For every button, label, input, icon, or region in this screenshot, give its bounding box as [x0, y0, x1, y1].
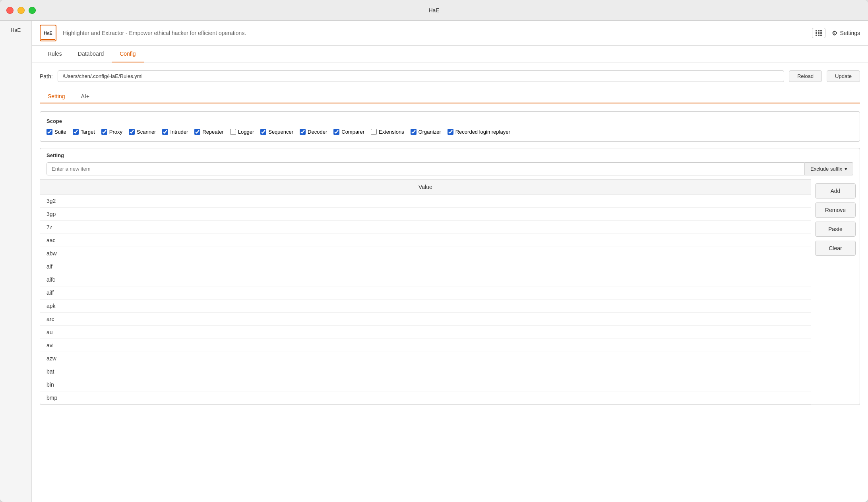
checkbox-repeater-input[interactable] — [194, 129, 200, 135]
tab-databoard[interactable]: Databoard — [70, 46, 112, 62]
checkbox-recorded-login-input[interactable] — [448, 129, 453, 135]
checkbox-scanner[interactable]: Scanner — [129, 129, 156, 135]
table-row[interactable]: bin — [40, 378, 811, 391]
app-description: Highlighter and Extractor - Empower ethi… — [63, 30, 246, 36]
table-scroll[interactable]: Value 3g23gp7zaacabwaifaifcaiffapkarcaua… — [40, 179, 811, 405]
grid-dot — [820, 32, 822, 34]
table-row[interactable]: 7z — [40, 221, 811, 234]
app-body: HaE HaE Highlighter and Extractor - Empo… — [0, 21, 868, 502]
table-with-buttons: Value 3g23gp7zaacabwaifaifcaiffapkarcaua… — [40, 179, 860, 405]
grid-view-button[interactable] — [812, 28, 825, 38]
setting-input-row: Exclude suffix ▾ — [40, 158, 860, 179]
checkbox-decoder[interactable]: Decoder — [300, 129, 327, 135]
scope-section: Scope Suite Target Proxy — [40, 111, 860, 142]
tab-config[interactable]: Config — [112, 46, 143, 62]
gear-icon: ⚙ — [832, 29, 837, 37]
window-title: HaE — [428, 7, 439, 14]
grid-dot — [818, 32, 820, 34]
main-tab-bar: Rules Databoard Config — [32, 46, 868, 62]
maximize-button[interactable] — [29, 7, 36, 14]
checkbox-repeater[interactable]: Repeater — [194, 129, 223, 135]
setting-section: Setting Exclude suffix ▾ — [40, 148, 860, 405]
checkbox-proxy[interactable]: Proxy — [101, 129, 122, 135]
close-button[interactable] — [6, 7, 14, 14]
clear-button[interactable]: Clear — [815, 241, 856, 256]
minimize-button[interactable] — [17, 7, 25, 14]
table-row[interactable]: au — [40, 326, 811, 339]
checkbox-recorded-login[interactable]: Recorded login replayer — [448, 129, 510, 135]
grid-dot — [820, 35, 822, 36]
sub-tab-ai[interactable]: AI+ — [73, 90, 97, 103]
sub-tab-bar: Setting AI+ — [40, 90, 860, 103]
title-bar: HaE — [0, 0, 868, 21]
table-row[interactable]: 3gp — [40, 208, 811, 221]
path-bar: Path: Reload Update — [40, 70, 860, 82]
table-row[interactable]: abw — [40, 247, 811, 260]
chevron-down-icon: ▾ — [845, 166, 847, 172]
table-row[interactable]: avi — [40, 339, 811, 352]
sub-tab-setting[interactable]: Setting — [40, 90, 73, 103]
checkbox-proxy-input[interactable] — [101, 129, 107, 135]
checkbox-decoder-input[interactable] — [300, 129, 306, 135]
table-row[interactable]: arc — [40, 313, 811, 326]
table-row[interactable]: aif — [40, 260, 811, 273]
table-row[interactable]: aiff — [40, 286, 811, 300]
update-button[interactable]: Update — [827, 70, 860, 82]
checkbox-sequencer[interactable]: Sequencer — [260, 129, 293, 135]
checkbox-sequencer-input[interactable] — [260, 129, 266, 135]
settings-button[interactable]: ⚙ Settings — [832, 29, 860, 37]
checkbox-comparer-input[interactable] — [333, 129, 339, 135]
grid-dot — [818, 35, 820, 36]
checkbox-target[interactable]: Target — [73, 129, 95, 135]
scope-title: Scope — [46, 118, 853, 124]
app-logo: HaE — [40, 25, 56, 41]
checkbox-extensions-input[interactable] — [371, 129, 377, 135]
table-row[interactable]: 3g2 — [40, 195, 811, 208]
new-item-input[interactable] — [46, 162, 805, 175]
checkbox-organizer-input[interactable] — [411, 129, 417, 135]
checkbox-extensions[interactable]: Extensions — [371, 129, 404, 135]
checkbox-logger-input[interactable] — [230, 129, 236, 135]
checkbox-suite-input[interactable] — [46, 129, 52, 135]
table-row[interactable]: bmp — [40, 391, 811, 405]
tab-rules[interactable]: Rules — [40, 46, 70, 62]
grid-dot — [816, 30, 817, 31]
value-table: Value 3g23gp7zaacabwaifaifcaiffapkarcaua… — [40, 179, 811, 405]
table-header-value: Value — [40, 180, 811, 195]
exclude-suffix-dropdown[interactable]: Exclude suffix ▾ — [805, 162, 853, 175]
checkbox-logger[interactable]: Logger — [230, 129, 254, 135]
reload-button[interactable]: Reload — [789, 70, 822, 82]
checkbox-intruder-input[interactable] — [162, 129, 168, 135]
remove-button[interactable]: Remove — [815, 202, 856, 218]
table-row[interactable]: apk — [40, 300, 811, 313]
path-label: Path: — [40, 73, 53, 80]
add-button[interactable]: Add — [815, 183, 856, 198]
action-panel: Add Remove Paste Clear — [811, 179, 860, 260]
scope-checkboxes: Suite Target Proxy Scanner — [46, 129, 853, 135]
sidebar-item-hae[interactable]: HaE — [2, 24, 30, 36]
sidebar: HaE — [0, 21, 32, 502]
checkbox-target-input[interactable] — [73, 129, 79, 135]
setting-section-title: Setting — [40, 148, 860, 158]
traffic-lights — [6, 7, 36, 14]
app-header: HaE Highlighter and Extractor - Empower … — [32, 21, 868, 46]
paste-button[interactable]: Paste — [815, 222, 856, 237]
checkbox-intruder[interactable]: Intruder — [162, 129, 188, 135]
table-body: 3g23gp7zaacabwaifaifcaiffapkarcauaviazwb… — [40, 195, 811, 405]
checkbox-organizer[interactable]: Organizer — [411, 129, 441, 135]
grid-dot — [818, 30, 820, 31]
content-area: Path: Reload Update Setting AI+ Scope — [32, 62, 868, 502]
path-input[interactable] — [58, 70, 784, 82]
main-content: HaE Highlighter and Extractor - Empower … — [32, 21, 868, 502]
table-row[interactable]: aac — [40, 234, 811, 247]
checkbox-comparer[interactable]: Comparer — [333, 129, 364, 135]
checkbox-suite[interactable]: Suite — [46, 129, 66, 135]
table-row[interactable]: bat — [40, 365, 811, 378]
table-row[interactable]: azw — [40, 352, 811, 365]
checkbox-scanner-input[interactable] — [129, 129, 135, 135]
header-right: ⚙ Settings — [812, 28, 860, 38]
grid-dot — [816, 35, 817, 36]
grid-dot — [820, 30, 822, 31]
table-row[interactable]: aifc — [40, 273, 811, 286]
grid-icon — [816, 30, 822, 36]
